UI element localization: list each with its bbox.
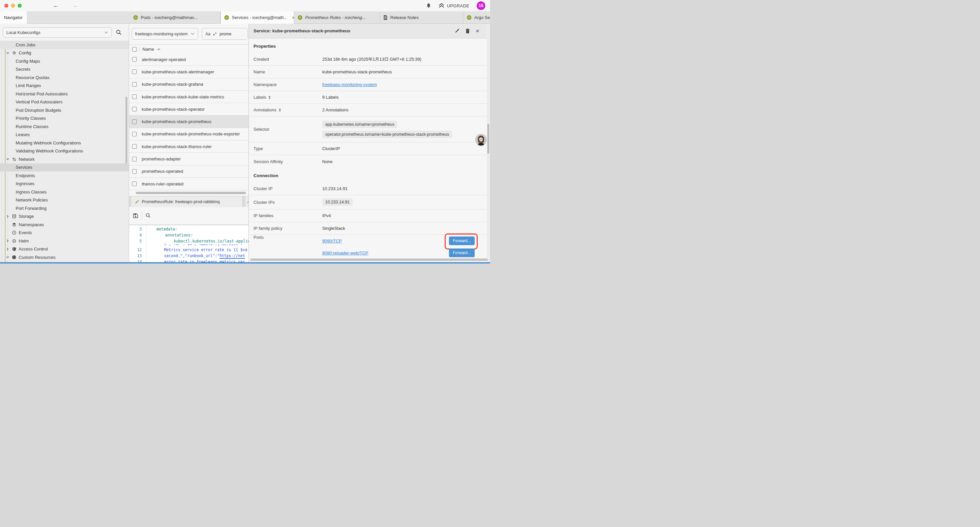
sidebar-item-pod-disruption-budgets[interactable]: Pod Disruption Budgets [0,106,129,115]
sidebar-item-secrets[interactable]: Secrets [0,65,129,74]
port-link[interactable]: 8080:reloader-web/TCP [322,250,368,255]
table-row[interactable]: prometheus-operated [129,166,248,178]
sidebar-item-validating-webhook-configurations[interactable]: Validating Webhook Configurations [0,147,129,155]
forward-button[interactable]: Forward... [449,248,475,257]
select-all-checkbox[interactable] [132,47,137,52]
assistant-avatar[interactable] [475,134,487,146]
upgrade-button[interactable]: UPGRADE [439,3,469,8]
back-button[interactable]: ← [52,2,60,10]
table-row[interactable]: prometheus-adapter [129,153,248,165]
close-panel-icon[interactable]: × [476,28,479,34]
chevron-down-icon[interactable] [6,158,10,161]
row-checkbox[interactable] [132,107,137,111]
list-search-input[interactable]: Aa * prome [202,28,248,40]
row-checkbox[interactable] [132,82,137,87]
sidebar-item-network[interactable]: Network [0,155,129,164]
sidebar-item-runtime-classes[interactable]: Runtime Classes [0,123,129,131]
tab-5[interactable]: Argo Se [463,11,490,24]
sidebar-item-mutating-webhook-configurations[interactable]: Mutating Webhook Configurations [0,139,129,147]
tab-1[interactable]: Pods - icecheng@mathmas... [130,11,221,24]
row-checkbox[interactable] [132,132,137,137]
sidebar-item-leases[interactable]: Leases [0,131,129,139]
row-checkbox[interactable] [132,57,137,62]
sidebar-scrollbar[interactable] [126,97,127,164]
sidebar-item-namespaces[interactable]: Namespaces [0,220,129,229]
table-row[interactable]: kube-prometheus-stack-operator [129,103,248,115]
sidebar-item-priority-classes[interactable]: Priority Classes [0,115,129,123]
close-window-button[interactable] [4,4,8,8]
chevron-down-icon[interactable] [6,255,10,259]
forward-button[interactable]: → [71,2,79,10]
zoom-window-button[interactable] [18,4,22,8]
namespace-select[interactable]: freeleaps-monitoring-system [131,28,198,40]
regex-toggle-icon[interactable]: * [213,31,217,37]
sidebar-item-storage[interactable]: Storage [0,212,129,221]
row-checkbox[interactable] [132,94,137,99]
navigator-tab[interactable]: Navigator [0,11,27,24]
sidebar-item-ingresses[interactable]: Ingresses [0,180,129,188]
sidebar-item-horizontal-pod-autoscalers[interactable]: Horizontal Pod Autoscalers [0,90,129,98]
match-case-toggle[interactable]: Aa [205,32,210,37]
table-row[interactable]: kube-prometheus-stack-kube-state-metrics [129,91,248,103]
sidebar-search-icon[interactable] [116,29,122,35]
list-horizontal-scrollbar[interactable] [136,192,246,194]
sidebar-item-endpoints[interactable]: Endpoints [0,172,129,180]
minimize-window-button[interactable] [11,4,15,8]
table-row[interactable]: kube-prometheus-stack-prometheus [129,115,248,128]
tab-4[interactable]: Release Notes [380,11,463,24]
sidebar-item-access-control[interactable]: Access Control [0,245,129,253]
save-button[interactable] [133,213,138,218]
sidebar-item-events[interactable]: Events [0,229,129,237]
bell-icon[interactable] [426,3,431,9]
find-button[interactable] [145,213,151,218]
yaml-editor[interactable]: 3metadata:4annotations:5kubectl.kubernet… [129,224,248,263]
notification-badge[interactable]: 15 [477,2,485,10]
sort-updown-icon[interactable] [269,96,270,99]
sidebar-item-helm[interactable]: Helm [0,237,129,245]
chevron-down-icon[interactable] [6,51,10,55]
row-checkbox[interactable] [132,69,137,74]
tab-3[interactable]: Prometheus Rules - icecheng... [294,11,380,24]
row-checkbox[interactable] [132,157,137,161]
sidebar-item-config-maps[interactable]: Config Maps [0,57,129,65]
sidebar-item-label: Services [0,165,32,170]
prometheusrule-editor-tab[interactable]: PrometheusRule: freeleaps-prod-rabbitmq [131,196,243,207]
name-column-header[interactable]: Name [142,47,161,52]
chevron-right-icon[interactable] [6,215,10,218]
table-row[interactable]: thanos-ruler-operated [129,178,248,190]
sidebar-item-network-policies[interactable]: Network Policies [0,196,129,204]
sidebar-item-limit-ranges[interactable]: Limit Ranges [0,82,129,90]
table-row[interactable]: kube-prometheus-stack-alertmanager [129,66,248,78]
chevron-right-icon[interactable] [6,239,10,242]
property-row-ip-family-policy: IP family policySingleStack [249,222,487,235]
panel-horizontal-scrollbar[interactable] [250,258,488,261]
sidebar-item-services[interactable]: Services [0,164,129,172]
row-checkbox[interactable] [132,169,137,174]
sidebar-item-port-forwarding[interactable]: Port Forwarding [0,204,129,212]
row-checkbox[interactable] [132,119,137,124]
forward-button[interactable]: Forward... [449,236,475,245]
row-checkbox[interactable] [132,182,137,186]
delete-trash-icon[interactable] [465,29,470,34]
sidebar-item-custom-resources[interactable]: Custom Resources [0,253,129,261]
sidebar-item-cron-jobs[interactable]: Cron Jobs [0,41,129,49]
sidebar-item-config[interactable]: Config [0,49,129,57]
tab-2[interactable]: Services - icecheng@math...× [221,11,294,24]
port-link[interactable]: 9090/TCP [322,239,342,244]
namespace-link[interactable]: freeleaps-monitoring-system [322,82,377,87]
chevron-right-icon[interactable] [6,247,10,251]
sidebar-item-vertical-pod-autoscalers[interactable]: Vertical Pod Autoscalers [0,98,129,107]
sidebar-item-resource-quotas[interactable]: Resource Quotas [0,73,129,82]
edit-pencil-icon[interactable] [455,29,460,33]
table-row[interactable]: alertmanager-operated [129,53,248,66]
sort-updown-icon[interactable] [279,108,281,112]
table-row[interactable]: kube-prometheus-stack-thanos-ruler [129,140,248,153]
close-tab-icon[interactable]: × [292,15,294,20]
table-row[interactable]: kube-prometheus-stack-grafana [129,78,248,91]
row-checkbox[interactable] [132,144,137,149]
second-editor-tab[interactable] [245,196,248,207]
table-row[interactable]: kube-prometheus-stack-prometheus-node-ex… [129,128,248,140]
kubeconfig-select[interactable]: Local Kubeconfigs [3,27,112,38]
sidebar-item-ingress-classes[interactable]: Ingress Classes [0,188,129,196]
line-number: 3 [129,226,142,232]
